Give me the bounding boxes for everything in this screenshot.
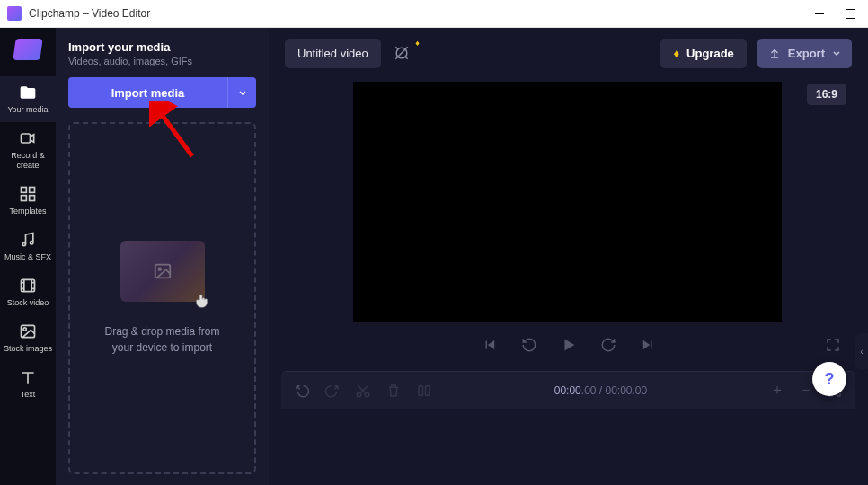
sidebar-label: Your media xyxy=(7,105,48,115)
svg-point-9 xyxy=(23,328,26,331)
diamond-icon: ♦ xyxy=(673,47,679,60)
zoom-out-button[interactable]: － xyxy=(798,383,814,399)
preview-stage: 16:9 xyxy=(269,78,868,322)
main-area: Untitled video ♦ ♦ Upgrade Export 16:9 xyxy=(269,28,868,485)
timeline-toolbar: 00:00.00 / 00:00.00 ＋ － xyxy=(281,371,855,409)
window-titlebar: Clipchamp – Video Editor xyxy=(0,0,868,28)
undo-button[interactable] xyxy=(294,383,310,399)
svg-point-13 xyxy=(357,392,361,397)
top-toolbar: Untitled video ♦ ♦ Upgrade Export xyxy=(269,28,868,78)
svg-point-5 xyxy=(22,242,25,245)
window-title: Clipchamp – Video Editor xyxy=(29,7,814,20)
upgrade-button[interactable]: ♦ Upgrade xyxy=(660,39,746,68)
svg-rect-2 xyxy=(30,188,35,193)
music-icon xyxy=(19,231,37,249)
sidebar-item-record[interactable]: Record & create xyxy=(0,122,56,178)
sidebar-item-templates[interactable]: Templates xyxy=(0,178,56,224)
sidebar-label: Stock video xyxy=(7,298,49,308)
premium-diamond-icon: ♦ xyxy=(415,39,420,48)
svg-rect-1 xyxy=(22,188,27,193)
sidebar-label: Record & create xyxy=(0,151,56,171)
folder-icon xyxy=(19,84,37,101)
skip-end-button[interactable] xyxy=(638,335,658,355)
sidebar-item-your-media[interactable]: Your media xyxy=(0,76,56,122)
svg-rect-15 xyxy=(419,385,423,395)
media-dropzone[interactable]: Drag & drop media from your device to im… xyxy=(68,122,256,474)
magic-resize-icon xyxy=(393,44,411,62)
time-display: 00:00.00 / 00:00.00 xyxy=(447,384,755,397)
forward-button[interactable] xyxy=(598,335,618,355)
sidebar-label: Stock images xyxy=(4,344,52,354)
svg-rect-16 xyxy=(426,385,430,395)
minimize-button[interactable] xyxy=(814,8,825,19)
upgrade-label: Upgrade xyxy=(686,47,734,60)
svg-rect-0 xyxy=(22,134,31,143)
import-dropdown-button[interactable] xyxy=(227,77,256,108)
aspect-ratio-button[interactable]: 16:9 xyxy=(807,84,846,105)
skip-start-button[interactable] xyxy=(480,335,500,355)
rewind-button[interactable] xyxy=(519,335,539,355)
sidebar-item-stock-video[interactable]: Stock video xyxy=(0,269,56,315)
project-title-input[interactable]: Untitled video xyxy=(285,39,381,68)
player-controls xyxy=(269,322,868,364)
sidebar-label: Templates xyxy=(9,207,46,216)
chevron-down-icon xyxy=(238,88,247,97)
film-icon xyxy=(19,277,37,295)
media-panel: Import your media Videos, audio, images,… xyxy=(56,28,269,485)
auto-resize-button[interactable]: ♦ xyxy=(392,43,412,63)
video-canvas[interactable] xyxy=(353,82,782,322)
import-media-button[interactable]: Import media xyxy=(68,77,227,108)
svg-rect-7 xyxy=(22,279,35,291)
dropzone-thumbnail xyxy=(120,241,205,302)
delete-button[interactable] xyxy=(385,383,402,399)
image-icon xyxy=(19,322,37,340)
svg-rect-4 xyxy=(30,196,35,201)
sidebar-item-text[interactable]: Text xyxy=(0,361,56,407)
svg-rect-3 xyxy=(22,196,27,201)
play-button[interactable] xyxy=(559,335,579,355)
grab-hand-icon xyxy=(192,291,212,311)
sidebar-item-stock-images[interactable]: Stock images xyxy=(0,315,56,361)
split-button[interactable] xyxy=(416,383,432,399)
zoom-in-button[interactable]: ＋ xyxy=(769,383,785,399)
help-button[interactable]: ? xyxy=(812,362,846,396)
export-button[interactable]: Export xyxy=(757,39,852,68)
sidebar-item-music[interactable]: Music & SFX xyxy=(0,224,56,269)
panel-title: Import your media xyxy=(68,40,256,54)
text-icon xyxy=(19,368,37,386)
camera-icon xyxy=(19,129,37,147)
chevron-down-icon xyxy=(832,48,841,57)
svg-point-14 xyxy=(365,392,369,397)
right-panel-handle[interactable]: ‹ xyxy=(855,333,868,369)
sidebar-label: Text xyxy=(21,390,36,400)
maximize-button[interactable] xyxy=(845,8,855,19)
templates-icon xyxy=(19,185,37,203)
app-icon xyxy=(7,6,22,21)
export-label: Export xyxy=(788,47,825,60)
sidebar-label: Music & SFX xyxy=(4,252,51,262)
redo-button[interactable] xyxy=(324,383,341,399)
cut-button[interactable] xyxy=(355,383,371,399)
window-controls xyxy=(814,8,861,19)
panel-subtitle: Videos, audio, images, GIFs xyxy=(68,56,256,66)
picture-icon xyxy=(153,261,173,281)
svg-point-6 xyxy=(31,242,33,244)
nav-sidebar: Your media Record & create Templates Mus… xyxy=(0,28,56,485)
upload-icon xyxy=(768,47,781,59)
clipchamp-logo xyxy=(13,39,42,60)
fullscreen-button[interactable] xyxy=(823,335,843,355)
dropzone-text: Drag & drop media from your device to im… xyxy=(104,323,219,356)
svg-point-11 xyxy=(158,268,161,270)
